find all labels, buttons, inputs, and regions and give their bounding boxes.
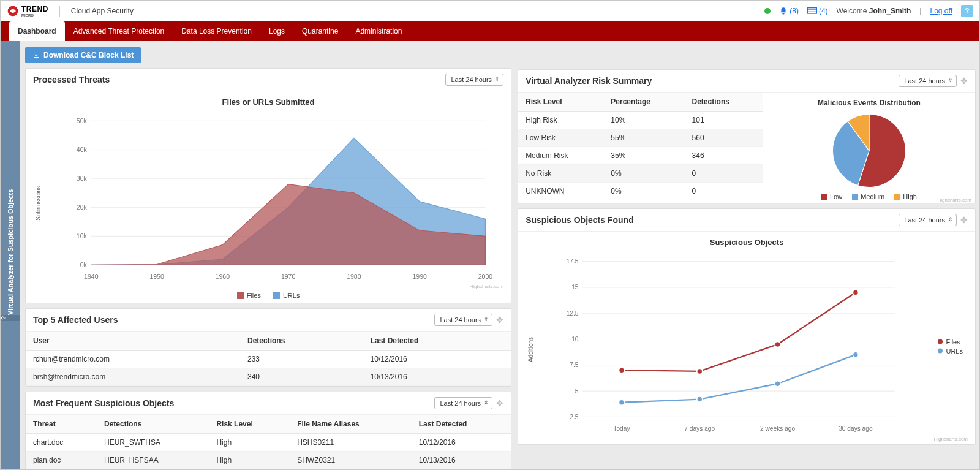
tab-advanced-threat-protection[interactable]: Advanced Threat Protection	[65, 21, 173, 41]
col-header: Risk Level	[209, 415, 290, 434]
time-range-select[interactable]: Last 24 hours	[434, 397, 492, 409]
product-name: Cloud App Security	[71, 7, 134, 15]
cell: Low Risk	[518, 129, 603, 147]
cell: HSHS0211	[290, 434, 412, 452]
cell: HEUR_SWFHSA	[97, 434, 209, 452]
link-cell[interactable]: 10/13/2016	[363, 368, 511, 386]
status-indicator	[764, 8, 771, 14]
tab-logs[interactable]: Logs	[260, 21, 293, 41]
svg-text:20k: 20k	[77, 204, 88, 211]
link-cell[interactable]: 0	[685, 165, 763, 183]
link-cell[interactable]: 346	[685, 147, 763, 165]
svg-text:1940: 1940	[84, 273, 99, 280]
cell: No Risk	[518, 165, 603, 183]
download-cc-block-list-button[interactable]: Download C&C Block List	[25, 47, 141, 63]
cell: 55%	[603, 129, 684, 147]
legend-high[interactable]: High	[894, 193, 917, 200]
link-cell[interactable]: 233	[240, 351, 363, 368]
tab-dashboard[interactable]: Dashboard	[9, 21, 65, 41]
add-widget-icon[interactable]: ✥	[496, 315, 503, 325]
logoff-link[interactable]: Log off	[930, 7, 952, 15]
col-header: Detections	[240, 332, 363, 351]
notifications-button[interactable]: (8)	[779, 7, 799, 15]
chart-credit: Highcharts.com	[933, 436, 968, 442]
svg-point-41	[619, 368, 625, 373]
link-cell[interactable]: 340	[240, 368, 363, 386]
legend-medium[interactable]: Medium	[852, 193, 884, 200]
panel-virtual-analyzer-risk-summary: Virtual Analyzer Risk Summary Last 24 ho…	[518, 69, 976, 203]
panel-most-frequent-suspicious-objects: Most Frequent Suspicious Objects Last 24…	[25, 392, 511, 469]
cell: 35%	[603, 147, 684, 165]
legend-urls[interactable]: URLs	[273, 292, 300, 299]
cell: High Risk	[518, 112, 603, 129]
chart-credit: Highcharts.com	[937, 197, 971, 203]
legend-urls[interactable]: URLs	[938, 347, 963, 355]
side-tab-label: Virtual Analyzer for Suspicious Objects	[7, 189, 14, 315]
link-cell[interactable]: 560	[685, 129, 763, 147]
svg-text:10k: 10k	[77, 233, 88, 240]
line-chart-legend: Files URLs	[938, 336, 963, 357]
add-widget-icon[interactable]: ✥	[960, 215, 968, 225]
link-cell[interactable]: 10/12/2016	[363, 351, 511, 368]
svg-text:7 days ago: 7 days ago	[685, 425, 715, 432]
tab-administration[interactable]: Administration	[347, 21, 410, 41]
time-range-select[interactable]: Last 24 hours	[899, 75, 957, 87]
svg-text:5: 5	[575, 387, 579, 394]
table-row: No Risk0%0	[518, 165, 763, 183]
pie-legend: Low Medium High	[821, 193, 917, 200]
svg-text:15: 15	[571, 284, 579, 290]
trend-logo-icon	[7, 5, 19, 17]
table-row: Medium Risk35%346	[518, 147, 763, 165]
time-range-select[interactable]: Last 24 hours	[445, 74, 503, 86]
table-row: chart.docHEUR_SWFHSAHighHSHS021110/12/20…	[26, 434, 511, 452]
legend-files[interactable]: Files	[237, 292, 261, 299]
messages-count: (4)	[819, 7, 828, 15]
cell: HEUR_HSFSAA	[97, 452, 209, 469]
side-tab-help-icon[interactable]: ?	[1, 315, 20, 321]
add-widget-icon[interactable]: ✥	[496, 398, 503, 408]
add-widget-icon[interactable]: ✥	[960, 76, 968, 86]
cell: High	[209, 452, 290, 469]
svg-text:30k: 30k	[77, 175, 88, 182]
help-button[interactable]: ?	[961, 5, 973, 17]
tab-data-loss-prevention[interactable]: Data Loss Prevention	[173, 21, 260, 41]
mail-icon	[807, 7, 817, 15]
time-range-select[interactable]: Last 24 hours	[899, 214, 957, 226]
col-header: Last Detected	[363, 332, 511, 351]
table-row: UNKNOWN0%0	[518, 183, 763, 200]
svg-text:12.5: 12.5	[567, 310, 579, 317]
link-cell[interactable]: rchun@trendmicro.com	[26, 351, 240, 368]
chart-credit: Highcharts.com	[470, 284, 504, 289]
notifications-count: (8)	[790, 7, 799, 15]
col-header: File Name Aliases	[290, 415, 412, 434]
cell: chart.doc	[26, 434, 97, 452]
svg-point-45	[619, 400, 625, 405]
chart-title: Files or URLs Submitted	[26, 97, 511, 107]
svg-text:2.5: 2.5	[570, 414, 578, 420]
legend-low[interactable]: Low	[821, 193, 842, 200]
line-chart: Additions 2.557.51012.51517.5Today7 days…	[518, 248, 975, 444]
svg-text:1980: 1980	[347, 273, 361, 280]
svg-text:1950: 1950	[149, 273, 164, 280]
svg-text:2 weeks ago: 2 weeks ago	[760, 425, 795, 432]
svg-text:1960: 1960	[216, 273, 230, 280]
download-icon	[32, 51, 40, 59]
time-range-select[interactable]: Last 24 hours	[434, 314, 492, 326]
messages-button[interactable]: (4)	[807, 7, 828, 15]
panel-title: Virtual Analyzer Risk Summary	[526, 76, 652, 86]
table-row: rchun@trendmicro.com23310/12/2016	[26, 351, 511, 368]
link-cell[interactable]: 101	[685, 112, 763, 129]
top-bar: TREND MICRO Cloud App Security (8) (4) W…	[1, 1, 979, 21]
link-cell[interactable]: brsh@trendmicro.com	[26, 368, 240, 386]
link-cell[interactable]: 0	[685, 183, 763, 200]
tab-quarantine[interactable]: Quarantine	[293, 21, 347, 41]
svg-point-46	[697, 396, 703, 402]
svg-point-47	[775, 381, 780, 387]
cell: High	[209, 434, 290, 452]
cell: 10/13/2016	[412, 452, 511, 469]
side-tab-virtual-analyzer[interactable]: ? Virtual Analyzer for Suspicious Object…	[1, 41, 20, 469]
legend-files[interactable]: Files	[938, 338, 963, 346]
table-row: High Risk10%101	[518, 112, 763, 129]
pie-title: Malicious Events Distribution	[818, 99, 921, 107]
panel-suspicious-objects-found: Suspicious Objects Found Last 24 hours ✥…	[518, 208, 976, 445]
